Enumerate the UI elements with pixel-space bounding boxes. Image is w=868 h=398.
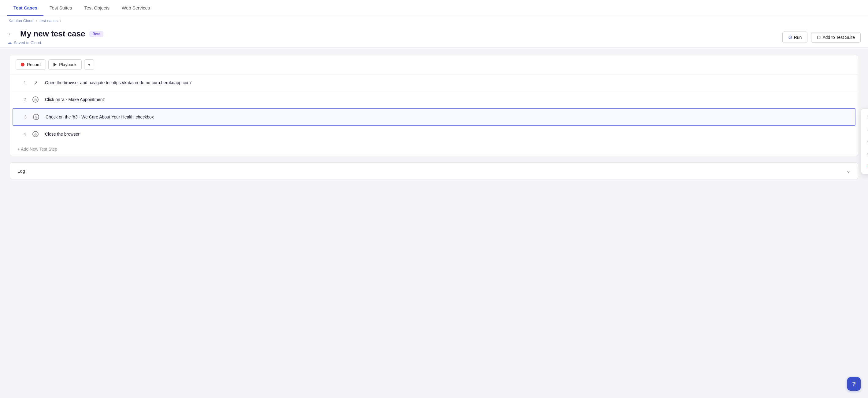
add-suite-label: Add to Test Suite [823,35,855,40]
context-delete[interactable]: Delete [861,160,868,172]
context-menu: Edit Duplicate Copy Cut Delete [861,109,868,174]
log-chevron-icon[interactable]: ⌄ [846,168,850,174]
nav-bar: Test Cases Test Suites Test Objects Web … [0,0,868,16]
run-label: Run [794,35,802,40]
step-text: Click on 'a - Make Appointment' [45,97,104,102]
saved-label: Saved to Cloud [14,40,41,45]
playback-button[interactable]: Playback [48,59,82,70]
navigate-icon: ↗ [31,79,39,87]
step-text: Close the browser [45,132,80,137]
interact-icon: ◎ [31,95,39,104]
breadcrumb-divider: / [36,18,37,23]
step-number: 1 [18,80,26,85]
tab-web-services[interactable]: Web Services [116,0,156,16]
breadcrumb-divider2: / [60,18,61,23]
tab-test-suites[interactable]: Test Suites [43,0,78,16]
record-button[interactable]: Record [16,59,46,70]
breadcrumb: Katalon Cloud / test-cases / [0,16,868,25]
record-label: Record [27,62,41,67]
context-edit[interactable]: Edit [861,111,868,123]
breadcrumb-test-cases[interactable]: test-cases [39,18,58,23]
test-steps: 1 ↗ Open the browser and navigate to 'ht… [10,75,858,142]
dropdown-button[interactable]: ▾ [84,59,94,70]
tab-test-objects[interactable]: Test Objects [78,0,116,16]
tab-test-cases[interactable]: Test Cases [7,0,43,16]
run-icon: ⊙ [788,34,792,40]
add-step-label: + Add New Test Step [18,147,57,151]
table-row[interactable]: 2 ◎ Click on 'a - Make Appointment' [10,91,858,108]
table-row[interactable]: 3 ◎ Check on the 'h3 - We Care About You… [12,108,856,126]
interact-icon: ◎ [31,130,39,138]
add-suite-icon: ⬡ [817,35,820,40]
page-title: My new test case [20,29,85,38]
header-actions: ⊙ Run ⬡ Add to Test Suite [782,31,861,43]
page-header: ← My new test case Beta ☁ Saved to Cloud… [0,25,868,48]
context-copy[interactable]: Copy [861,135,868,148]
back-button[interactable]: ← [7,30,13,37]
table-row[interactable]: 4 ◎ Close the browser [10,126,858,142]
table-row[interactable]: 1 ↗ Open the browser and navigate to 'ht… [10,75,858,91]
breadcrumb-katalon[interactable]: Katalon Cloud [8,18,34,23]
context-cut[interactable]: Cut [861,148,868,160]
beta-badge: Beta [89,31,103,37]
test-toolbar: Record Playback ▾ [10,55,858,75]
log-label: Log [18,168,25,174]
interact-icon: ◎ [32,113,40,121]
test-editor: Record Playback ▾ 1 ↗ Open the browser a… [10,55,858,156]
play-icon [54,63,57,66]
log-panel: Log ⌄ [10,162,858,179]
step-number: 2 [18,97,26,102]
step-text: Open the browser and navigate to 'https:… [45,80,191,85]
main-content: Record Playback ▾ 1 ↗ Open the browser a… [0,48,868,187]
playback-label: Playback [59,62,76,67]
add-to-suite-button[interactable]: ⬡ Add to Test Suite [811,32,861,42]
add-step-row[interactable]: + Add New Test Step [10,142,858,156]
context-duplicate[interactable]: Duplicate [861,123,868,135]
cloud-icon: ☁ [7,40,12,45]
record-dot-icon [21,63,25,66]
step-number: 4 [18,132,26,137]
step-text: Check on the 'h3 - We Care About Your He… [45,114,154,119]
step-number: 3 [18,114,27,119]
run-button[interactable]: ⊙ Run [782,31,808,43]
